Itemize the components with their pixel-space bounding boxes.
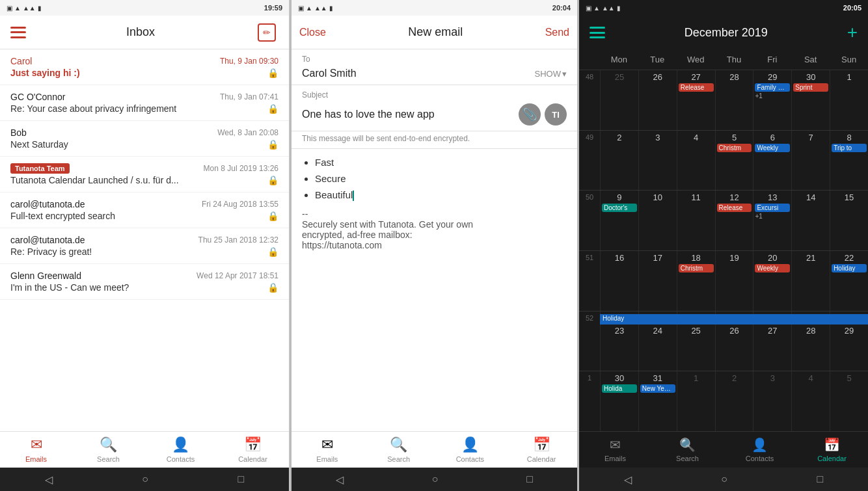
compose-title: New email [326, 25, 545, 39]
compose-button[interactable] [255, 21, 278, 44]
add-event-button[interactable]: + [847, 22, 858, 43]
status-bar-inbox: ▣ ▲ ▲▲ ▮ 19:59 [0, 0, 289, 16]
cal-day-9[interactable]: 9 Doctor's [600, 191, 638, 250]
cal-day-4[interactable]: 4 [677, 131, 715, 191]
nav-emails[interactable]: ✉ Emails [292, 432, 363, 467]
nav-calendar[interactable]: 📅 Calendar [506, 432, 577, 467]
recents-btn[interactable]: □ [238, 473, 245, 485]
send-button[interactable]: Send [545, 27, 569, 38]
cal-day-8[interactable]: 8 Trip to [830, 131, 868, 191]
cal-day-3[interactable]: 3 [638, 131, 677, 191]
cal-nav-calendar[interactable]: 📅 Calendar [796, 433, 868, 466]
cal-day-29[interactable]: 29 Family weekend +1 [753, 70, 791, 130]
cal-day-2b[interactable]: 2 [715, 371, 753, 431]
cal-day-27[interactable]: 27 Release [677, 70, 715, 130]
recents-btn[interactable]: □ [817, 473, 824, 485]
family-weekend-event: Family weekend [755, 83, 790, 92]
cal-day-20[interactable]: 20 Weekly [753, 251, 791, 311]
nav-emails[interactable]: ✉ Emails [0, 432, 72, 467]
cal-day-2[interactable]: 2 [600, 131, 638, 191]
calendar-icon: 📅 [244, 436, 262, 453]
home-btn[interactable]: ○ [142, 473, 148, 485]
cal-day-30[interactable]: 30 Sprint [791, 70, 830, 130]
home-btn[interactable]: ○ [432, 473, 439, 485]
back-btn[interactable]: ◁ [336, 473, 344, 486]
email-item-bob[interactable]: Bob Wed, 8 Jan 20:08 Next Saturday 🔒 [0, 121, 289, 157]
emails-icon: ✉ [321, 436, 333, 453]
nav-search[interactable]: 🔍 Search [363, 432, 435, 467]
cal-nav-contacts[interactable]: 👤 Contacts [724, 433, 796, 466]
calendar-icon: 📅 [533, 436, 550, 453]
status-icons: ▣ ▲ ▲▲ ▮ [586, 5, 621, 12]
cal-nav-emails[interactable]: ✉ Emails [579, 433, 651, 466]
cal-day-15[interactable]: 15 [830, 191, 868, 250]
nav-search-label: Search [97, 455, 120, 463]
email-item-carol2[interactable]: carol@tutanota.de Fri 24 Aug 2018 13:55 … [0, 192, 289, 228]
cal-day-21[interactable]: 21 [791, 251, 830, 311]
cal-day-7[interactable]: 7 [791, 131, 830, 191]
nav-emails-label: Emails [316, 455, 338, 463]
weekday-sat: Sat [791, 52, 830, 67]
close-button[interactable]: Close [299, 27, 326, 38]
lock-icon: 🔒 [267, 175, 278, 185]
nav-search[interactable]: 🔍 Search [72, 432, 144, 467]
recents-btn[interactable]: □ [526, 473, 533, 485]
cal-week-49: 49 2 3 4 5 Christm 6 Weekly 7 8 Trip to [579, 130, 868, 191]
email-item-glenn[interactable]: Glenn Greenwald Wed 12 Apr 2017 18:51 I'… [0, 264, 289, 300]
cal-day-14[interactable]: 14 [791, 191, 830, 250]
email-sender: Glenn Greenwald [10, 271, 81, 281]
body-item-1: Fast [315, 157, 567, 168]
cal-day-3b[interactable]: 3 [753, 371, 791, 431]
email-item-oconnor[interactable]: GC O'Connor Thu, 9 Jan 07:41 Re: Your ca… [0, 85, 289, 121]
cal-day-28[interactable]: 28 [715, 70, 753, 130]
cal-day-11[interactable]: 11 [677, 191, 715, 250]
nav-contacts-label: Contacts [167, 455, 195, 463]
to-value[interactable]: Carol Smith [302, 68, 535, 79]
cal-day-1b[interactable]: 1 [677, 371, 715, 431]
text-format-button[interactable]: TI [545, 103, 567, 126]
home-btn[interactable]: ○ [721, 473, 727, 485]
email-subject: Just saying hi :) [10, 68, 264, 78]
back-btn[interactable]: ◁ [45, 473, 53, 486]
cal-day-13[interactable]: 13 Excursi +1 [753, 191, 791, 250]
cal-day-18[interactable]: 18 Christm [677, 251, 715, 311]
show-button[interactable]: SHOW ▾ [535, 69, 567, 79]
email-date: Wed 12 Apr 2017 18:51 [197, 271, 278, 280]
cal-day-10[interactable]: 10 [638, 191, 677, 250]
subject-value[interactable]: One has to love the new app [302, 109, 513, 120]
compose-body[interactable]: Fast Secure Beautiful -- Securely sent w… [292, 149, 577, 431]
cal-day-26[interactable]: 26 [638, 70, 677, 130]
attach-button[interactable]: 📎 [519, 103, 541, 126]
emails-icon: ✉ [610, 437, 621, 453]
cal-nav-search[interactable]: 🔍 Search [651, 433, 724, 466]
nav-calendar[interactable]: 📅 Calendar [217, 432, 289, 467]
email-subject: Re: Privacy is great! [10, 246, 264, 257]
nav-contacts[interactable]: 👤 Contacts [435, 432, 506, 467]
cal-day-5b[interactable]: 5 [830, 371, 868, 431]
hamburger-line3 [10, 36, 26, 38]
nav-contacts[interactable]: 👤 Contacts [144, 432, 217, 467]
cal-day-1[interactable]: 1 [830, 70, 868, 130]
cal-day-12[interactable]: 12 Release [715, 191, 753, 250]
weekday-tue: Tue [638, 52, 677, 67]
email-row2: I'm in the US - Can we meet? 🔒 [10, 282, 278, 293]
back-btn[interactable]: ◁ [624, 473, 632, 486]
cal-day-31[interactable]: 31 New Year's party [638, 371, 677, 431]
email-item-carol3[interactable]: carol@tutanota.de Thu 25 Jan 2018 12:32 … [0, 228, 289, 264]
cal-day-16[interactable]: 16 [600, 251, 638, 311]
cal-day-6[interactable]: 6 Weekly [753, 131, 791, 191]
cal-day-17[interactable]: 17 [638, 251, 677, 311]
cal-day-4b[interactable]: 4 [791, 371, 830, 431]
menu-button[interactable] [10, 27, 26, 38]
cal-day-30[interactable]: 30 Holida [600, 371, 638, 431]
cal-day-22[interactable]: 22 Holiday [830, 251, 868, 311]
email-item-tutanota[interactable]: Tutanota Team Mon 8 Jul 2019 13:26 Tutan… [0, 157, 289, 192]
cal-header: December 2019 + [579, 16, 868, 49]
status-icons: ▣ ▲ ▲▲ ▮ [7, 5, 42, 12]
cal-day-25[interactable]: 25 [600, 70, 638, 130]
cal-day-5[interactable]: 5 Christm [715, 131, 753, 191]
cal-menu-button[interactable] [590, 27, 605, 38]
cal-day-19[interactable]: 19 [715, 251, 753, 311]
weekday-mon: Mon [600, 52, 638, 67]
email-item-carol[interactable]: Carol Thu, 9 Jan 09:30 Just saying hi :)… [0, 49, 289, 85]
